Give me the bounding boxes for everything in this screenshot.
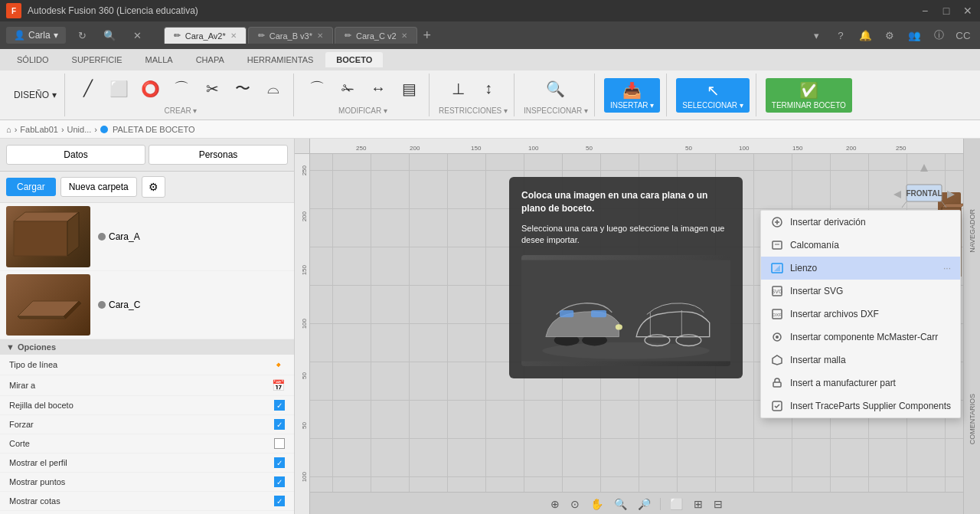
breadcrumb-palette[interactable]: PALETA DE BOCETO — [113, 125, 195, 134]
tab-overflow-btn[interactable]: ▾ — [805, 25, 827, 46]
tab-close-btn2[interactable]: ✕ — [317, 31, 323, 40]
dropdown-traceparts[interactable]: Insert TraceParts Supplier Components — [761, 395, 960, 417]
extend-btn[interactable]: ↔ — [364, 78, 392, 99]
arc-btn[interactable]: ⌒ — [168, 77, 195, 100]
dropdown-lienzo[interactable]: Lienzo ··· — [761, 257, 960, 280]
tab-close-btn3[interactable]: ✕ — [401, 31, 407, 40]
ribbon-tab-chapa[interactable]: CHAPA — [185, 52, 235, 67]
info-btn[interactable]: ⓘ — [928, 25, 949, 46]
checkbox-rejilla[interactable]: ✓ — [274, 400, 285, 411]
ribbon-tab-herramientas[interactable]: HERRAMIENTAS — [237, 52, 325, 67]
tab-close-btn[interactable]: ✕ — [230, 31, 237, 40]
svg-text:SVG: SVG — [771, 289, 782, 294]
zoom-fit-btn[interactable]: 🔎 — [634, 496, 655, 512]
new-folder-btn[interactable]: Nueva carpeta — [60, 177, 137, 197]
option-tipo-linea: Tipo de línea 🔸 — [0, 355, 294, 375]
checkbox-perfil[interactable]: ✓ — [274, 457, 285, 468]
ribbon-tab-malla[interactable]: MALLA — [135, 52, 184, 67]
canvas-bottom-toolbar: ⊕ ⊙ ✋ 🔍 🔎 ⬜ ⊞ ⊟ — [310, 492, 963, 514]
tab-icon2: ✏ — [258, 31, 265, 41]
cc-btn[interactable]: CC — [952, 25, 974, 46]
rect-btn[interactable]: ⬜ — [105, 78, 133, 100]
ruler-mark-250b: 250 — [896, 145, 906, 152]
dropdown-calcomania[interactable]: Calcomanía — [761, 234, 960, 257]
spline-btn[interactable]: 〜 — [229, 77, 256, 100]
coincident-btn[interactable]: ⊥ — [444, 78, 472, 100]
breadcrumb-fablab[interactable]: FabLab01 — [20, 125, 58, 134]
search-btn[interactable]: 🔍 — [100, 25, 121, 46]
ribbon-group-crear: ╱ ⬜ ⭕ ⌒ ✂ 〜 ⌓ — [68, 74, 294, 116]
checkbox-corte[interactable] — [274, 438, 285, 449]
user-button[interactable]: 👤 Carla ▾ — [6, 27, 66, 44]
zoom-btn[interactable]: 🔍 — [610, 496, 631, 512]
community-btn[interactable]: 👥 — [903, 25, 925, 46]
breadcrumb-unid[interactable]: Unid... — [67, 125, 92, 134]
settings-btn[interactable]: ⚙ — [879, 25, 900, 46]
circle-btn[interactable]: ⭕ — [136, 78, 165, 100]
load-btn[interactable]: Cargar — [6, 178, 56, 196]
snap-btn[interactable]: ⊟ — [710, 496, 727, 512]
tab-cara-bv3[interactable]: ✏ Cara_B v3* ✕ — [248, 27, 333, 44]
seleccionar-btn[interactable]: ↖ SELECCIONAR ▾ — [676, 78, 749, 113]
ribbon-tab-boceto[interactable]: BOCETO — [325, 52, 383, 67]
tooltip-text2: Selecciona una cara y luego seleccione l… — [521, 223, 730, 247]
tab-cara-cv2[interactable]: ✏ Cara_C v2 ✕ — [335, 27, 417, 44]
thumb-item-cara-a[interactable]: Cara_A — [0, 203, 294, 271]
fillet-btn[interactable]: ⌒ — [303, 77, 331, 100]
orbit-btn[interactable]: ⊕ — [547, 496, 564, 512]
pan-btn[interactable]: ✋ — [586, 496, 607, 512]
new-tab-btn[interactable]: + — [419, 28, 436, 44]
close-all-btn[interactable]: ✕ — [127, 25, 149, 46]
derivacion-label: Insertar derivación — [790, 217, 866, 228]
svg-marker-23 — [947, 191, 955, 198]
type-icon[interactable]: 🔸 — [272, 358, 285, 371]
conic-btn[interactable]: ⌓ — [260, 78, 287, 99]
checkbox-forzar[interactable]: ✓ — [274, 419, 285, 430]
mirar-icon[interactable]: 📅 — [272, 379, 285, 391]
options-panel-title[interactable]: ▼ Opciones — [0, 339, 294, 355]
close-btn[interactable]: ✕ — [962, 5, 974, 17]
minimize-btn[interactable]: − — [919, 5, 931, 17]
sidebar-settings-btn[interactable]: ⚙ — [142, 176, 165, 198]
refresh-btn[interactable]: ↻ — [72, 25, 93, 46]
trim-btn[interactable]: ✁ — [334, 78, 361, 100]
ribbon: SÓLIDO SUPERFICIE MALLA CHAPA HERRAMIENT… — [0, 49, 980, 120]
ruler-mark-100b: 100 — [739, 145, 749, 152]
dropdown-insertar-svg[interactable]: SVG Insertar SVG — [761, 280, 960, 303]
display-mode-btn[interactable]: ⬜ — [666, 496, 687, 512]
breadcrumb-home-icon[interactable]: ⌂ — [6, 125, 11, 134]
maximize-btn[interactable]: □ — [940, 5, 952, 17]
breadcrumb-separator3: › — [94, 125, 97, 134]
dropdown-insertar-dxf[interactable]: DXF Insertar archivos DXF — [761, 303, 960, 326]
option-mostrar-cotas: Mostrar cotas ✓ — [0, 492, 294, 511]
personas-btn[interactable]: Personas — [149, 145, 288, 165]
look-at-btn[interactable]: ⊙ — [567, 496, 583, 512]
rect-icon: ⬜ — [109, 80, 129, 98]
offset-btn[interactable]: ▤ — [395, 78, 423, 100]
terminar-boceto-btn[interactable]: ✅ TERMINAR BOCETO — [766, 78, 852, 113]
dropdown-manufacturer[interactable]: Insert a manufacturer part — [761, 372, 960, 395]
ribbon-tab-solido[interactable]: SÓLIDO — [6, 52, 60, 67]
thumb-item-cara-c[interactable]: Cara_C — [0, 271, 294, 339]
help-btn[interactable]: ? — [830, 25, 851, 46]
line-btn[interactable]: ╱ — [74, 77, 102, 100]
dropdown-insertar-malla[interactable]: Insertar malla — [761, 349, 960, 372]
insertar-btn[interactable]: 📥 INSERTAR ▾ — [604, 78, 660, 113]
dropdown-insertar-derivacion[interactable]: Insertar derivación — [761, 211, 960, 234]
polygon-btn[interactable]: ✂ — [198, 78, 226, 100]
ribbon-tab-superficie[interactable]: SUPERFICIE — [61, 52, 133, 67]
notification-btn[interactable]: 🔔 — [854, 25, 876, 46]
dimension-btn[interactable]: ↕ — [475, 78, 502, 99]
grid-toggle-btn[interactable]: ⊞ — [690, 496, 707, 512]
checkbox-puntos[interactable]: ✓ — [274, 476, 285, 487]
inspect-btn[interactable]: 🔍 — [541, 78, 570, 100]
dropdown-mcmaster[interactable]: Insertar componente McMaster-Carr — [761, 326, 960, 349]
ruler-mark-150: 150 — [471, 145, 481, 152]
design-dropdown-btn[interactable]: DISEÑO ▾ — [6, 74, 65, 116]
datos-btn[interactable]: Datos — [6, 145, 145, 165]
comentarios-label[interactable]: COMENTARIOS — [969, 394, 976, 444]
navegador-label[interactable]: NAVEGADOR — [969, 209, 976, 253]
tab-cara-av2[interactable]: ✏ Cara_Av2* ✕ — [164, 27, 247, 44]
checkbox-cotas[interactable]: ✓ — [274, 496, 285, 506]
calcomania-icon — [770, 238, 784, 252]
